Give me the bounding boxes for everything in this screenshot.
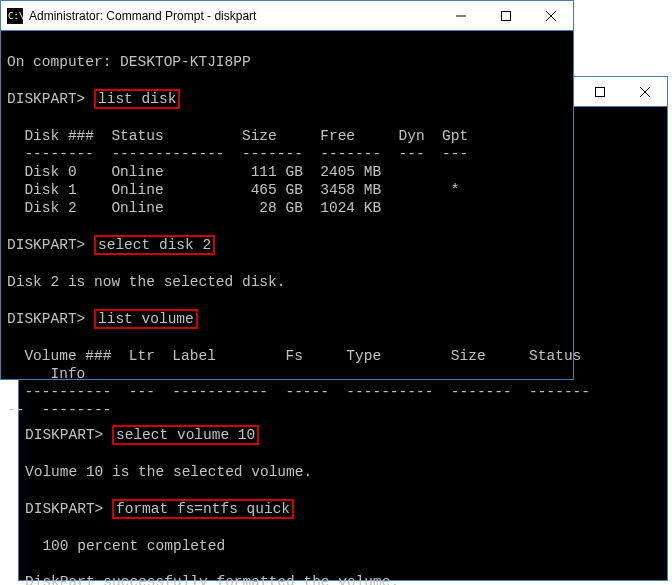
disk-table-header: Disk ### Status Size Free Dyn Gpt bbox=[7, 128, 468, 144]
svg-rect-9 bbox=[501, 11, 510, 20]
table-row: Disk 2 Online 28 GB 1024 KB bbox=[7, 200, 381, 216]
cmd-format: format fs=ntfs quick bbox=[112, 499, 294, 519]
cmd-list-volume: list volume bbox=[94, 309, 198, 329]
maximize-button[interactable] bbox=[577, 77, 622, 106]
table-row: Disk 0 Online 111 GB 2405 MB bbox=[7, 164, 381, 180]
vol-table-header: Volume ### Ltr Label Fs Type Size Status bbox=[7, 348, 581, 364]
vol-table-sep2: -- -------- bbox=[7, 402, 111, 418]
vol-table-header2: Info bbox=[7, 366, 85, 382]
maximize-button[interactable] bbox=[483, 1, 528, 30]
close-button[interactable] bbox=[622, 77, 667, 106]
msg-disk-selected: Disk 2 is now the selected disk. bbox=[7, 274, 285, 290]
line-computer: On computer: DESKTOP-KTJI8PP bbox=[7, 54, 251, 70]
prompt: DISKPART> bbox=[25, 501, 112, 517]
cmd-list-disk: list disk bbox=[94, 89, 180, 109]
msg-format-done: DiskPart successfully formatted the volu… bbox=[25, 574, 399, 585]
titlebar-front[interactable]: C:\ Administrator: Command Prompt - disk… bbox=[1, 1, 573, 31]
svg-rect-3 bbox=[595, 87, 604, 96]
terminal-output-front: On computer: DESKTOP-KTJI8PP DISKPART> l… bbox=[1, 31, 573, 441]
prompt: DISKPART> bbox=[7, 237, 94, 253]
vol-table-sep: ---------- --- ----------- ----- -------… bbox=[7, 384, 590, 400]
msg-volume-selected: Volume 10 is the selected volume. bbox=[25, 464, 312, 480]
cmd-window-front[interactable]: C:\ Administrator: Command Prompt - disk… bbox=[0, 0, 574, 380]
table-row: Disk 1 Online 465 GB 3458 MB * bbox=[7, 182, 459, 198]
cmd-select-disk: select disk 2 bbox=[94, 235, 215, 255]
close-button[interactable] bbox=[528, 1, 573, 30]
msg-progress: 100 percent completed bbox=[25, 538, 225, 554]
prompt: DISKPART> bbox=[7, 311, 94, 327]
cmd-icon: C:\ bbox=[7, 8, 23, 24]
minimize-button[interactable] bbox=[438, 1, 483, 30]
prompt: DISKPART> bbox=[7, 91, 94, 107]
svg-text:C:\: C:\ bbox=[8, 11, 23, 21]
disk-table-sep: -------- ------------- ------- ------- -… bbox=[7, 146, 468, 162]
title-front: Administrator: Command Prompt - diskpart bbox=[29, 9, 438, 23]
